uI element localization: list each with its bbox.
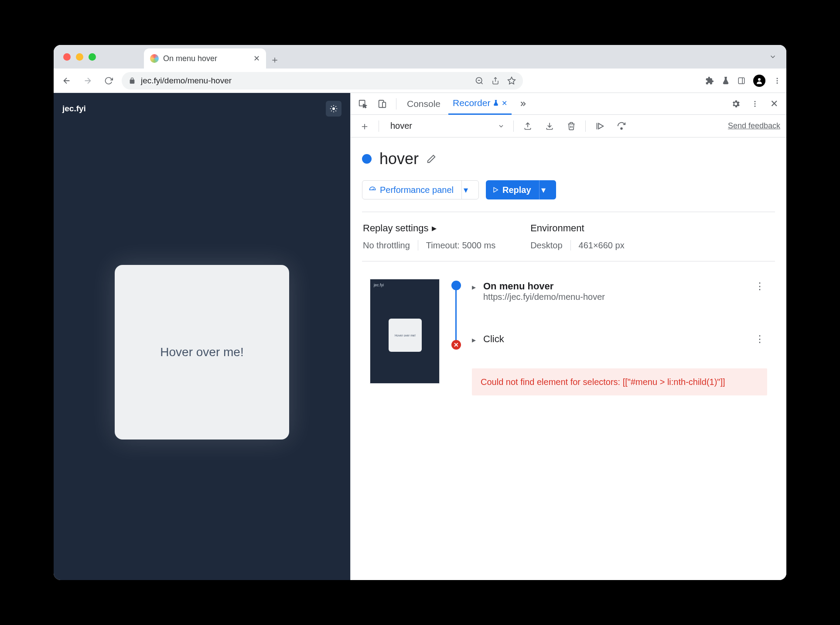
performance-panel-button[interactable]: Performance panel ▾ [362, 180, 479, 199]
more-tabs-button[interactable] [515, 96, 531, 112]
theme-toggle-button[interactable] [326, 101, 341, 117]
replay-button[interactable]: Replay ▾ [486, 180, 556, 199]
settings-block: Replay settings ▸ No throttling Timeout:… [362, 212, 775, 261]
new-recording-button[interactable]: ＋ [357, 118, 372, 134]
new-tab-button[interactable]: ＋ [266, 51, 283, 69]
flask-icon [493, 100, 499, 106]
device-toolbar-button[interactable] [374, 96, 390, 112]
play-icon [492, 186, 499, 193]
hover-card[interactable]: Hover over me! [115, 265, 289, 440]
minimize-window-button[interactable] [76, 53, 83, 61]
step-over-button[interactable] [614, 118, 629, 134]
rendered-page: jec.fyi Hover over me! [54, 93, 350, 580]
divider [513, 120, 514, 132]
environment-header: Environment [530, 223, 624, 234]
svg-rect-7 [738, 78, 744, 84]
svg-point-26 [755, 103, 756, 104]
step-title: On menu hover [483, 281, 748, 292]
caret-right-icon: ▸ [472, 335, 479, 345]
recorder-body: hover Performance panel ▾ Replay [351, 137, 786, 413]
svg-point-25 [755, 101, 756, 102]
browser-toolbar: jec.fyi/demo/menu-hover [54, 69, 786, 93]
recording-title-row: hover [362, 150, 775, 168]
step-error-message: Could not find element for selectors: [[… [472, 368, 767, 395]
timeline-line [455, 284, 457, 344]
replay-settings: Replay settings ▸ No throttling Timeout:… [363, 223, 495, 251]
browser-menu-button[interactable] [773, 77, 781, 85]
page-header: jec.fyi [54, 93, 350, 124]
steps-area: Hover over me! ✕ ▸ On menu hover [362, 274, 775, 401]
gauge-icon [369, 186, 376, 194]
browser-window: On menu hover ✕ ＋ jec.fyi/demo/menu-hove… [54, 45, 786, 580]
close-window-button[interactable] [63, 53, 71, 61]
zoom-icon[interactable] [475, 76, 484, 85]
environment-settings: Environment Desktop 461×660 px [530, 223, 624, 251]
svg-point-27 [755, 105, 756, 106]
import-button[interactable] [542, 118, 557, 134]
tabs-overflow-button[interactable] [769, 45, 777, 69]
tab-recorder[interactable]: Recorder ✕ [448, 93, 512, 115]
omnibox-actions [475, 76, 516, 85]
share-icon[interactable] [492, 77, 499, 85]
devtools-menu-button[interactable] [747, 96, 763, 112]
site-title: jec.fyi [62, 104, 86, 113]
inspect-element-button[interactable] [355, 96, 371, 112]
timeline-dot-error: ✕ [451, 340, 461, 350]
svg-marker-6 [508, 77, 516, 84]
tab-close-button[interactable]: ✕ [253, 54, 260, 63]
devtools-close-button[interactable]: ✕ [766, 96, 782, 112]
bookmark-icon[interactable] [507, 76, 516, 85]
caret-right-icon: ▸ [472, 282, 479, 292]
svg-point-10 [777, 78, 778, 79]
step-menu-button[interactable]: ⋮ [752, 333, 767, 345]
browser-tab[interactable]: On menu hover ✕ [144, 48, 266, 69]
hover-card-text: Hover over me! [160, 345, 243, 359]
svg-point-11 [777, 80, 778, 81]
content-area: jec.fyi Hover over me! [54, 93, 786, 580]
chevron-down-icon[interactable]: ▾ [459, 185, 472, 195]
svg-line-20 [331, 110, 332, 111]
svg-line-17 [335, 110, 336, 111]
chevron-down-icon[interactable]: ▾ [537, 185, 550, 195]
tab-console[interactable]: Console [403, 93, 445, 115]
tab-strip: On menu hover ✕ ＋ [54, 45, 786, 69]
devtools-tabbar-right: ✕ [728, 96, 782, 112]
step-title: Click [483, 333, 748, 345]
divider [379, 120, 379, 132]
tab-title: On menu hover [163, 54, 217, 63]
caret-right-icon: ▸ [432, 223, 437, 234]
divider [570, 240, 571, 251]
send-feedback-link[interactable]: Send feedback [728, 121, 780, 130]
recorder-toolbar: ＋ hover [351, 115, 786, 137]
labs-icon[interactable] [722, 77, 730, 85]
delete-button[interactable] [563, 118, 579, 134]
recording-selector[interactable]: hover [385, 118, 507, 134]
tab-close-icon[interactable]: ✕ [502, 99, 507, 107]
divider [418, 240, 418, 251]
devtools-tabbar: Console Recorder ✕ ✕ [351, 93, 786, 115]
forward-button[interactable] [80, 73, 96, 89]
settings-button[interactable] [728, 96, 744, 112]
replay-settings-header[interactable]: Replay settings ▸ [363, 223, 495, 234]
svg-marker-32 [494, 188, 498, 192]
step-click[interactable]: ▸ Click ⋮ [472, 332, 767, 347]
step-thumbnail: Hover over me! [370, 279, 440, 384]
timeline-dot-start [451, 281, 461, 290]
sidepanel-icon[interactable] [738, 77, 745, 85]
reload-button[interactable] [101, 73, 116, 89]
export-button[interactable] [520, 118, 536, 134]
extensions-icon[interactable] [705, 76, 714, 85]
svg-point-13 [332, 107, 335, 110]
fullscreen-window-button[interactable] [89, 53, 96, 61]
toolbar-right [705, 75, 781, 87]
back-button[interactable] [59, 73, 75, 89]
continue-button[interactable] [592, 118, 608, 134]
edit-title-button[interactable] [427, 154, 436, 164]
url-text: jec.fyi/demo/menu-hover [141, 76, 232, 86]
svg-rect-24 [382, 102, 386, 107]
svg-line-21 [335, 106, 336, 107]
step-navigate[interactable]: ▸ On menu hover https://jec.fyi/demo/men… [472, 279, 767, 304]
address-bar[interactable]: jec.fyi/demo/menu-hover [122, 72, 523, 89]
profile-avatar[interactable] [753, 75, 765, 87]
step-menu-button[interactable]: ⋮ [752, 281, 767, 292]
